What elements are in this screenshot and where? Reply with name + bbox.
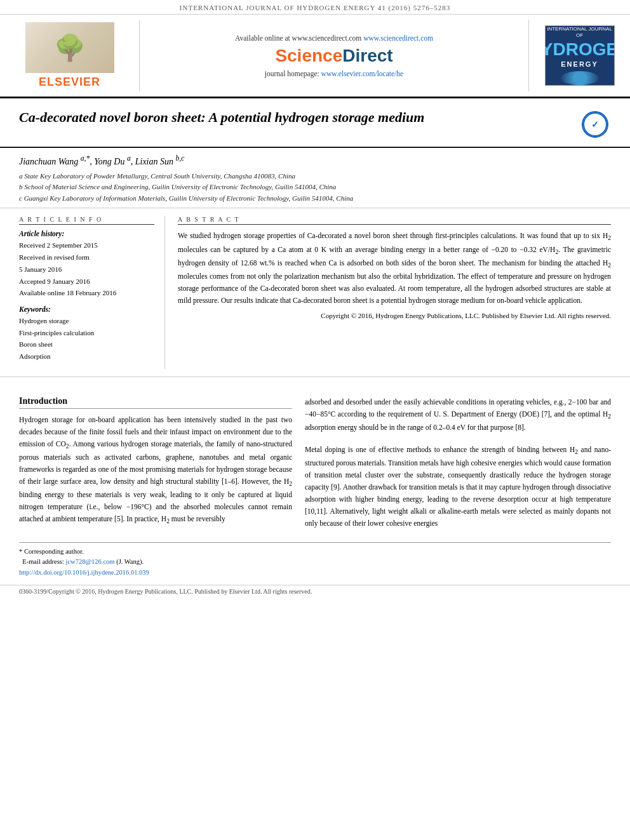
revised-date: 5 January 2016 [19,263,154,276]
author3-name: Lixian Sun [135,157,176,166]
sciencedirect-center: Available online at www.sciencedirect.co… [140,20,528,91]
right-column: adsorbed and desorbed under the easily a… [305,396,611,530]
email-label: E-mail address: [22,558,64,565]
abstract-text: We studied hydrogen storage properties o… [178,230,611,306]
authors-section: Jianchuan Wang a,*, Yong Du a, Lixian Su… [0,148,630,208]
footer-bar: 0360-3199/Copyright © 2016, Hydrogen Ene… [0,585,630,597]
article-title: Ca-decorated novel boron sheet: A potent… [19,109,569,127]
journal-cover-area: INTERNATIONAL JOURNAL OF HYDROGEN ENERGY [528,20,630,91]
footnote-section: * Corresponding author. E-mail address: … [19,542,611,578]
intro-para2: adsorbed and desorbed under the easily a… [305,396,611,434]
abstract-label: A B S T R A C T [178,216,611,225]
svg-text:✓: ✓ [591,119,599,130]
introduction-title: Introduction [19,396,292,409]
keywords-section: Keywords: Hydrogen storage First-princip… [19,305,154,363]
header-section: ELSEVIER Available online at www.science… [0,15,630,98]
sciencedirect-title: ScienceDirect [275,46,392,66]
email-suffix: (J. Wang). [116,558,144,565]
abstract-panel: A B S T R A C T We studied hydrogen stor… [178,216,611,368]
intro-para3: Metal doping is one of effective methods… [305,444,611,530]
homepage-link[interactable]: www.elsevier.com/locate/he [321,70,404,77]
journal-cover: INTERNATIONAL JOURNAL OF HYDROGEN ENERGY [545,25,615,86]
keyword-1: Hydrogen storage [19,315,154,327]
email-line: E-mail address: jcw728@126.com (J. Wang)… [19,557,611,568]
journal-header-bar: International Journal of Hydrogen Energy… [0,0,630,15]
elsevier-logo: ELSEVIER [25,22,114,89]
article-info-panel: A R T I C L E I N F O Article history: R… [19,216,165,368]
affiliation-a: a State Key Laboratory of Powder Metallu… [19,171,611,182]
elsevier-image [25,22,114,73]
article-history: Article history: Received 2 September 20… [19,230,154,298]
cover-h-text: HYDROGEN [545,39,615,60]
intro-para1: Hydrogen storage for on-board applicatio… [19,414,292,526]
available-online-text: Available online at www.sciencedirect.co… [235,34,433,42]
elsevier-brand-name: ELSEVIER [39,76,100,89]
affiliation-b: b School of Material Science and Enginee… [19,182,611,193]
crossmark-icon: ✓ [582,111,608,138]
affiliations: a State Key Laboratory of Powder Metallu… [19,171,611,204]
keyword-3: Boron sheet [19,338,154,350]
publisher-logo-area: ELSEVIER [0,20,140,91]
main-content: Introduction Hydrogen storage for on-boa… [0,390,630,536]
accepted-date: Accepted 9 January 2016 [19,276,154,288]
keyword-4: Adsorption [19,350,154,363]
author2-name: Yong Du [94,157,127,166]
keyword-2: First-principles calculation [19,327,154,339]
received-revised-label: Received in revised form [19,251,154,263]
info-abstract-grid: A R T I C L E I N F O Article history: R… [0,208,630,377]
doi-line: http://dx.doi.org/10.1016/j.ijhydene.201… [19,568,611,578]
left-column: Introduction Hydrogen storage for on-boa… [19,396,292,530]
footer-issn: 0360-3199/Copyright © 2016, Hydrogen Ene… [19,588,312,595]
corresponding-author: * Corresponding author. [19,547,611,557]
author2-sup: a [127,154,131,163]
crossmark-badge[interactable]: ✓ [579,109,611,140]
authors-line: Jianchuan Wang a,*, Yong Du a, Lixian Su… [19,154,611,167]
cover-energy-text: ENERGY [561,60,598,69]
journal-homepage-line: journal homepage: www.elsevier.com/locat… [265,70,403,77]
keywords-label: Keywords: [19,305,154,313]
email-link[interactable]: jcw728@126.com [65,558,114,565]
author3-sup: b,c [176,154,185,163]
received-date: Received 2 September 2015 [19,239,154,251]
available-date: Available online 18 February 2016 [19,287,154,299]
journal-title: International Journal of Hydrogen Energy… [180,4,450,11]
spacer [0,377,630,390]
article-info-label: A R T I C L E I N F O [19,216,154,225]
cover-top-text: INTERNATIONAL JOURNAL OF [546,26,614,39]
corresponding-label: * Corresponding author. [19,548,84,555]
affiliation-c: c Guangxi Key Laboratory of Information … [19,193,611,204]
copyright-line: Copyright © 2016, Hydrogen Energy Public… [178,312,611,319]
author1-name: Jianchuan Wang [19,157,81,166]
sciencedirect-link[interactable]: www.sciencedirect.com [363,34,433,42]
history-label: Article history: [19,230,154,237]
doi-link[interactable]: http://dx.doi.org/10.1016/j.ijhydene.201… [19,569,149,576]
article-title-section: Ca-decorated novel boron sheet: A potent… [0,98,630,148]
author1-sup: a,* [81,154,90,163]
